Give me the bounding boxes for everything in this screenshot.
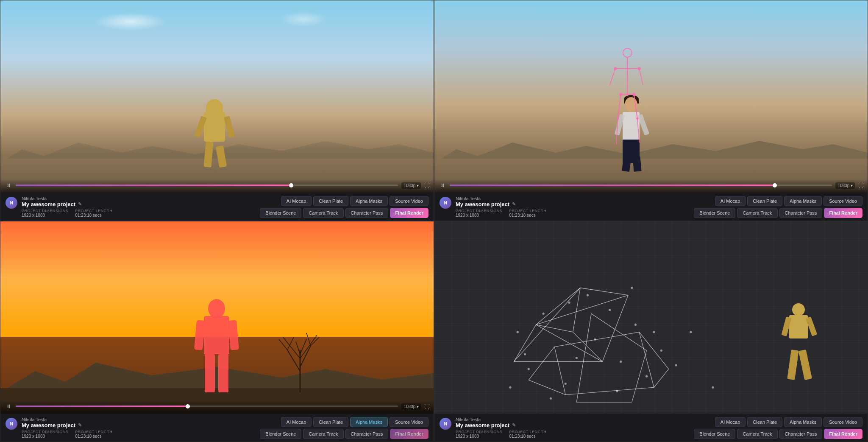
pause-button-2[interactable]: ⏸ [439,182,446,189]
panel-info-4: N Nikola Tesla My awesome project ✎ Proj… [434,414,868,442]
panel-buttons-2: AI Mocap Clean Plate Alpha Masks Source … [694,196,862,218]
btn-source-video-4[interactable]: Source Video [823,417,862,427]
progress-bar-3[interactable] [16,406,398,407]
btn-ai-mocap-1[interactable]: AI Mocap [281,196,312,206]
btn-blender-scene-2[interactable]: Blender Scene [694,208,735,218]
dimensions-value-1: 1920 x 1080 [22,213,68,218]
panel-buttons-3: AI Mocap Clean Plate Alpha Masks Source … [260,417,428,439]
btn-camera-track-2[interactable]: Camera Track [737,208,777,218]
user-name-2: Nikola Tesla [456,196,690,201]
progress-bar-1[interactable] [16,185,398,186]
btn-row-4-top: AI Mocap Clean Plate Alpha Masks Source … [715,417,862,427]
panel-meta-4: Nikola Tesla My awesome project ✎ Projec… [456,417,690,439]
btn-row-3-bottom: Blender Scene Camera Track Character Pas… [260,429,428,439]
progress-fill-3 [16,406,188,407]
edit-icon-1[interactable]: ✎ [78,201,82,207]
btn-final-render-2[interactable]: Final Render [824,208,862,218]
btn-ai-mocap-3[interactable]: AI Mocap [281,417,312,427]
btn-camera-track-1[interactable]: Camera Track [303,208,343,218]
quality-badge-2[interactable]: 1080p ▾ [835,182,855,189]
dimensions-value-2: 1920 x 1080 [456,213,502,218]
progress-dot-2 [773,183,777,187]
video-area-4[interactable] [434,221,868,414]
project-name-text-1: My awesome project [22,201,75,207]
btn-source-video-1[interactable]: Source Video [389,196,428,206]
avatar-4: N [440,418,451,430]
sil-arm-right [228,320,239,350]
btn-blender-scene-3[interactable]: Blender Scene [260,429,301,439]
btn-source-video-3[interactable]: Source Video [389,417,428,427]
fullscreen-btn-2[interactable]: ⛶ [858,182,863,188]
btn-clean-plate-2[interactable]: Clean Plate [747,196,782,206]
svg-point-9 [623,48,632,57]
btn-row-3-top: AI Mocap Clean Plate Alpha Masks Source … [281,417,428,427]
length-value-3: 01:23:18 secs [75,434,112,439]
video-area-3[interactable]: ⏸ 1080p ▾ ⛶ [0,221,434,414]
project-details-2: Project Dimensions 1920 x 1080 Project L… [456,209,690,218]
person-leg-right [633,156,642,171]
dimensions-label-3: Project Dimensions [22,430,68,434]
edit-icon-4[interactable]: ✎ [512,422,516,428]
dimensions-label-2: Project Dimensions [456,209,502,213]
character-3d [782,303,815,380]
fullscreen-btn-3[interactable]: ⛶ [424,403,429,409]
quality-badge-1[interactable]: 1080p ▾ [401,182,421,189]
user-name-4: Nikola Tesla [456,417,690,422]
btn-alpha-masks-1[interactable]: Alpha Masks [350,196,388,206]
btn-alpha-masks-3[interactable]: Alpha Masks [350,417,388,427]
btn-blender-scene-1[interactable]: Blender Scene [260,208,301,218]
user-name-1: Nikola Tesla [22,196,256,201]
edit-icon-3[interactable]: ✎ [78,422,82,428]
sil-arm-left [194,320,205,350]
person-figure [616,95,646,171]
progress-dot-3 [186,404,190,408]
btn-character-pass-2[interactable]: Character Pass [779,208,823,218]
progress-fill-2 [450,185,775,186]
btn-character-pass-1[interactable]: Character Pass [345,208,389,218]
panel-info-2: N Nikola Tesla My awesome project ✎ Proj… [434,193,868,221]
btn-final-render-4[interactable]: Final Render [824,429,862,439]
char-3d-leg-right [798,350,812,380]
btn-clean-plate-4[interactable]: Clean Plate [747,417,782,427]
dimensions-value-4: 1920 x 1080 [456,434,502,439]
edit-icon-2[interactable]: ✎ [512,201,516,207]
btn-alpha-masks-4[interactable]: Alpha Masks [784,417,822,427]
video-area-2[interactable]: ⏸ 1080p ▾ ⛶ [434,0,868,193]
btn-character-pass-3[interactable]: Character Pass [345,429,389,439]
avatar-2: N [440,197,451,209]
btn-ai-mocap-4[interactable]: AI Mocap [715,417,746,427]
panel-info-1: N Nikola Tesla My awesome project ✎ Proj… [0,193,434,221]
avatar-1: N [6,197,17,209]
length-value-2: 01:23:18 secs [509,213,546,218]
progress-dot-1 [289,183,293,187]
panel-buttons-1: AI Mocap Clean Plate Alpha Masks Source … [260,196,428,218]
video-controls-1: ⏸ 1080p ▾ ⛶ [0,179,434,193]
svg-line-3 [639,69,643,84]
progress-bar-2[interactable] [450,185,832,186]
pause-button-3[interactable]: ⏸ [5,403,12,410]
btn-blender-scene-4[interactable]: Blender Scene [694,429,735,439]
length-item-2: Project Length 01:23:18 secs [509,209,546,218]
btn-ai-mocap-2[interactable]: AI Mocap [715,196,746,206]
btn-final-render-3[interactable]: Final Render [390,429,428,439]
svg-point-11 [638,67,641,70]
btn-clean-plate-1[interactable]: Clean Plate [313,196,348,206]
panel-meta-1: Nikola Tesla My awesome project ✎ Projec… [22,196,256,218]
project-name-text-2: My awesome project [456,201,509,207]
robot-leg-right [216,145,227,168]
btn-camera-track-3[interactable]: Camera Track [303,429,343,439]
video-area-1[interactable]: ⏸ 1080p ▾ ⛶ [0,0,434,193]
svg-line-25 [296,341,300,354]
svg-line-17 [287,350,300,371]
btn-clean-plate-3[interactable]: Clean Plate [313,417,348,427]
btn-camera-track-4[interactable]: Camera Track [737,429,777,439]
length-label-2: Project Length [509,209,546,213]
btn-alpha-masks-2[interactable]: Alpha Masks [784,196,822,206]
pause-button-1[interactable]: ⏸ [5,182,12,189]
btn-character-pass-4[interactable]: Character Pass [779,429,823,439]
fullscreen-btn-1[interactable]: ⛶ [424,182,429,188]
panel-person: ⏸ 1080p ▾ ⛶ N Nikola Tesla My awesome pr… [434,0,868,221]
btn-source-video-2[interactable]: Source Video [823,196,862,206]
btn-final-render-1[interactable]: Final Render [390,208,428,218]
quality-badge-3[interactable]: 1080p ▾ [401,403,421,410]
